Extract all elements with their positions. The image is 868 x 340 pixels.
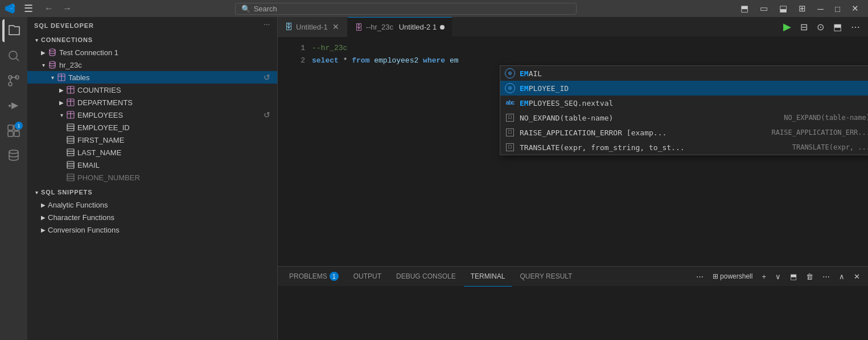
more-actions-button[interactable]: ⋯ (848, 20, 863, 34)
ac-item-email[interactable]: ⊙ EMAIL (500, 66, 868, 81)
explain-button[interactable]: ⊟ (797, 20, 811, 34)
sidebar-item-first-name[interactable]: FIRST_NAME (27, 134, 277, 146)
activity-search[interactable] (2, 44, 25, 67)
employees-refresh-icon[interactable]: ↺ (264, 110, 275, 119)
sidebar-item-departments[interactable]: ▶ DEPARTMENTS (27, 96, 277, 109)
tab-untitled-1[interactable]: 🗄 Untitled-1 ✕ (278, 17, 348, 37)
ac-item-raise-error[interactable]: □ RAISE_APPLICATION_ERROR [examp... RAIS… (500, 125, 868, 140)
save-button[interactable]: ⊙ (813, 20, 828, 34)
split-editor-button[interactable]: ⬒ (830, 20, 845, 34)
line-1-code: --hr_23c (312, 44, 347, 52)
ac-item-translate[interactable]: □ TRANSLATE(expr, from_string, to_st... … (500, 140, 868, 155)
ac-item-employee-id[interactable]: ⊙ EMPLOYEE_ID (500, 81, 868, 96)
employees-expand-icon: ▾ (57, 110, 66, 119)
panel-add-terminal-btn[interactable]: + (758, 271, 770, 282)
sidebar-item-employee-id[interactable]: EMPLOYEE_ID (27, 121, 277, 134)
back-button[interactable]: ← (41, 2, 57, 15)
panel-maximize-btn[interactable]: ∧ (836, 271, 848, 282)
debug-label: DEBUG CONSOLE (396, 272, 456, 280)
activity-extensions[interactable]: 1 (2, 119, 25, 142)
grid-layout[interactable]: ⊞ (794, 2, 811, 15)
hr23c-db-icon (48, 60, 57, 69)
sidebar-title: SQL DEVELOPER (34, 22, 94, 29)
panel-toggle[interactable]: ⬓ (775, 2, 792, 15)
employee-id-col-icon (66, 123, 75, 132)
sidebar-item-email[interactable]: EMAIL (27, 159, 277, 171)
tables-expand-icon: ▾ (48, 73, 57, 82)
ac-item-employees-seq[interactable]: abc EMPLOYEES_SEQ.nextval (500, 96, 868, 110)
svg-point-3 (9, 82, 12, 86)
ac-item-no-expand[interactable]: □ NO_EXPAND(table-name) NO_EXPAND(table-… (500, 110, 868, 125)
sidebar-item-countries[interactable]: ▶ COUNTRIES (27, 84, 277, 96)
sidebar-item-tables[interactable]: ▾ Tables ↺ (27, 71, 277, 84)
kw-star: * (343, 56, 352, 65)
minimize-button[interactable]: ─ (813, 3, 828, 15)
connections-label: CONNECTIONS (41, 36, 93, 43)
character-expand-icon: ▶ (39, 213, 48, 222)
search-bar[interactable]: 🔍 Search (235, 3, 577, 15)
panel-tab-debug[interactable]: DEBUG CONSOLE (389, 267, 463, 287)
svg-rect-37 (67, 161, 74, 168)
connections-section-header[interactable]: ▾ CONNECTIONS (27, 34, 277, 46)
sidebar-item-phone[interactable]: PHONE_NUMBER (27, 171, 277, 184)
snippets-label: SQL SNIPPETS (41, 189, 92, 196)
output-label: OUTPUT (353, 272, 381, 280)
ac-email-icon: ⊙ (505, 68, 515, 78)
maximize-button[interactable]: □ (830, 3, 845, 15)
ac-seq-abc-icon: abc (505, 100, 514, 106)
departments-label: DEPARTMENTS (77, 98, 133, 107)
tables-refresh-icon[interactable]: ↺ (264, 73, 275, 82)
close-button[interactable]: ✕ (847, 2, 863, 15)
employees-table-icon (66, 110, 75, 119)
sidebar-item-test-connection[interactable]: ▶ Test Connection 1 (27, 46, 277, 59)
kw-table: employees2 (374, 56, 423, 65)
panel-more-btn2[interactable]: ⋯ (819, 271, 833, 282)
sidebar-menu-icon[interactable]: ⋯ (264, 22, 270, 29)
activity-git[interactable] (2, 69, 25, 92)
ac-noexpand-icon: □ (505, 113, 515, 123)
sidebar-item-last-name[interactable]: LAST_NAME (27, 146, 277, 159)
activity-database[interactable] (2, 144, 25, 167)
sidebar-item-employees[interactable]: ▾ EMPLOYEES ↺ (27, 109, 277, 121)
editor-content-area[interactable]: 1 --hr_23c 2 select * from employees2 wh… (278, 37, 868, 266)
panel-dropdown-btn[interactable]: ∨ (772, 271, 784, 282)
countries-expand-icon: ▶ (57, 85, 66, 94)
panel-split-btn[interactable]: ⬒ (787, 271, 800, 282)
activity-explorer[interactable] (2, 19, 25, 42)
hr23c-expand-icon: ▾ (39, 60, 48, 69)
run-query-button[interactable]: ▶ (780, 19, 795, 34)
svg-point-0 (9, 51, 17, 59)
sidebar-item-conversion[interactable]: ▶ Conversion Functions (27, 223, 277, 236)
ac-translate-label: TRANSLATE(expr, from_string, to_st... (520, 143, 788, 152)
sidebar-item-character[interactable]: ▶ Character Functions (27, 211, 277, 223)
panel-more-btn[interactable]: ⋯ (693, 271, 707, 282)
panel-tab-problems[interactable]: PROBLEMS 1 (282, 267, 345, 287)
ac-noexpand-detail: NO_EXPAND(table-name) (784, 114, 868, 122)
countries-label: COUNTRIES (77, 86, 121, 94)
svg-point-14 (50, 49, 55, 51)
activity-bar: 1 (0, 17, 27, 340)
forward-button[interactable]: → (59, 2, 75, 15)
panel-close-btn[interactable]: ✕ (850, 271, 863, 282)
tab-untitled-2[interactable]: 🗄 --hr_23c Untitled-2 1 (348, 17, 452, 37)
ac-raise-label: RAISE_APPLICATION_ERROR [examp... (520, 128, 767, 137)
tables-label: Tables (68, 73, 90, 82)
kw-from: from (352, 56, 369, 65)
panel-tab-output[interactable]: OUTPUT (347, 267, 388, 287)
layout-toggle[interactable]: ⬒ (736, 2, 753, 15)
ac-empid-db-icon: ⊙ (505, 83, 515, 93)
sidebar-item-analytic[interactable]: ▶ Analytic Functions (27, 198, 277, 211)
tab1-close-icon[interactable]: ✕ (331, 22, 340, 31)
hamburger-menu[interactable]: ☰ (20, 1, 36, 16)
editor-layout[interactable]: ▭ (755, 2, 772, 15)
snippets-section-header[interactable]: ▾ SQL SNIPPETS (27, 186, 277, 198)
panel-tab-query-result[interactable]: QUERY RESULT (513, 267, 579, 287)
panel-kill-btn[interactable]: 🗑 (803, 271, 817, 282)
svg-rect-11 (8, 131, 13, 136)
activity-run[interactable] (2, 94, 25, 117)
svg-marker-7 (11, 102, 18, 109)
sidebar-item-hr23c[interactable]: ▾ hr_23c (27, 59, 277, 71)
ac-empid-icon: ⊙ (505, 83, 515, 93)
panel-powershell-btn[interactable]: ⊞ powershell (709, 271, 756, 281)
panel-tab-terminal[interactable]: TERMINAL (464, 267, 512, 287)
